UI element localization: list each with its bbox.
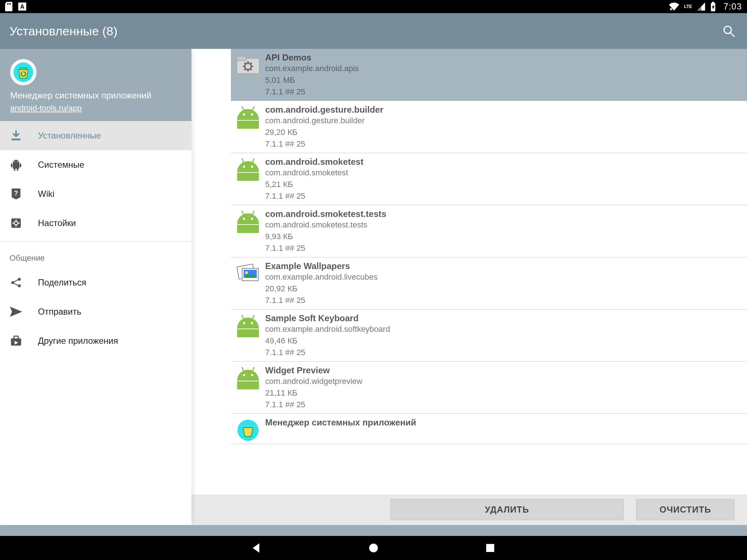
status-left: A (5, 2, 26, 11)
sidebar-header: Менеджер системных приложений android-to… (0, 49, 191, 121)
sidebar-item-wiki[interactable]: ? Wiki (0, 179, 191, 209)
app-bar: Установленные (8) (0, 13, 747, 49)
battery-charging-icon (710, 2, 716, 11)
app-row-body: com.android.smoketestcom.android.smokete… (265, 157, 740, 202)
app-row[interactable]: Widget Previewcom.android.widgetpreview2… (231, 362, 747, 414)
svg-line-41 (244, 69, 246, 70)
svg-rect-7 (712, 2, 714, 3)
main: API Demoscom.example.android.apis5,01 МБ… (191, 49, 747, 525)
svg-rect-1 (9, 3, 9, 5)
app-title: Sample Soft Keyboard (265, 313, 740, 323)
svg-rect-12 (13, 163, 19, 169)
sidebar: Менеджер системных приложений android-to… (0, 49, 191, 525)
app-title: API Demos (265, 52, 740, 63)
app-version: 7.1.1 ## 25 (265, 242, 740, 254)
recents-icon (485, 543, 495, 553)
app-icon (231, 52, 265, 74)
app-size: 5,01 МБ (265, 74, 740, 86)
app-row[interactable]: Example Wallpaperscom.example.android.li… (231, 257, 747, 310)
sidebar-item-label: Настойки (38, 218, 76, 228)
app-row-body: Менеджер системных приложений (265, 417, 740, 428)
app-package: com.android.gesture.builder (265, 115, 740, 127)
app-icon (231, 261, 265, 284)
search-icon (722, 24, 735, 38)
app-row[interactable]: com.android.gesture.buildercom.android.g… (231, 101, 747, 153)
svg-point-26 (18, 278, 21, 281)
divider (0, 241, 191, 242)
clear-button[interactable]: ОЧИСТИТЬ (636, 499, 735, 520)
app-size: 5,21 КБ (265, 179, 740, 190)
gap (191, 49, 231, 494)
svg-line-40 (250, 63, 252, 64)
back-button[interactable] (249, 541, 264, 555)
body: Менеджер системных приложений android-to… (0, 49, 747, 525)
app-row-body: com.android.smoketest.testscom.android.s… (265, 209, 740, 254)
sidebar-item-settings[interactable]: Настойки (0, 209, 191, 238)
svg-rect-13 (11, 163, 12, 167)
app-icon (231, 417, 265, 441)
app-icon (231, 157, 265, 179)
sidebar-item-label: Установленные (38, 131, 101, 141)
send-icon (9, 305, 23, 318)
app-link[interactable]: android-tools.ru/app (10, 104, 82, 113)
android-icon (9, 158, 23, 171)
app-size: 20,92 КБ (265, 283, 740, 295)
download-icon (9, 129, 23, 142)
sidebar-item-system[interactable]: Системные (0, 150, 191, 179)
status-bar: A LTE 7:03 (0, 0, 747, 13)
svg-point-45 (245, 271, 248, 274)
root: { "status": { "clock": "7:03", "lte": "L… (0, 0, 747, 560)
shop-icon (9, 334, 23, 347)
app-version: 7.1.1 ## 25 (265, 86, 740, 98)
app-size: 21,11 КБ (265, 387, 740, 399)
svg-line-39 (250, 69, 252, 70)
app-row[interactable]: com.android.smoketestcom.android.smokete… (231, 153, 747, 205)
svg-rect-0 (7, 3, 8, 5)
app-list[interactable]: API Demoscom.example.android.apis5,01 МБ… (231, 49, 747, 494)
delete-button[interactable]: УДАЛИТЬ (390, 499, 624, 520)
svg-rect-11 (12, 139, 20, 140)
svg-line-9 (731, 33, 734, 36)
wifi-icon (669, 3, 679, 11)
svg-line-38 (244, 63, 246, 64)
app-icon (231, 313, 265, 335)
app-size: 49,46 КБ (265, 335, 740, 347)
app-icon (231, 209, 265, 231)
app-version: 7.1.1 ## 25 (265, 138, 740, 150)
home-button[interactable] (366, 541, 381, 555)
app-row-body: Widget Previewcom.android.widgetpreview2… (265, 365, 740, 411)
app-package: com.example.android.apis (265, 63, 740, 74)
app-size: 9,93 КБ (265, 231, 740, 242)
nav-section-label: Общение (0, 245, 191, 268)
app-row[interactable]: Менеджер системных приложений (231, 414, 747, 444)
app-title: Widget Preview (265, 365, 740, 376)
sidebar-item-installed[interactable]: Установленные (0, 121, 191, 150)
svg-point-18 (17, 161, 18, 162)
sidebar-item-label: Wiki (38, 189, 54, 199)
app-package: com.example.android.softkeyboard (265, 323, 740, 335)
app-package: com.android.smoketest (265, 167, 740, 179)
svg-rect-16 (17, 169, 18, 171)
svg-rect-30 (14, 336, 18, 339)
search-button[interactable] (720, 22, 738, 40)
gear-badge-icon (9, 217, 23, 230)
app-version: 7.1.1 ## 25 (265, 190, 740, 202)
sidebar-item-label: Отправить (38, 307, 81, 317)
bottom-strip (0, 525, 747, 536)
sidebar-item-label: Системные (38, 160, 84, 170)
app-logo (10, 59, 36, 85)
sidebar-item-send[interactable]: Отправить (0, 297, 191, 326)
sidebar-item-other-apps[interactable]: Другие приложения (0, 326, 191, 355)
recents-button[interactable] (483, 541, 498, 555)
app-row[interactable]: API Demoscom.example.android.apis5,01 МБ… (231, 49, 747, 101)
sidebar-item-share[interactable]: Поделиться (0, 268, 191, 297)
svg-rect-48 (486, 544, 494, 552)
app-row-body: Example Wallpaperscom.example.android.li… (265, 261, 740, 306)
app-title: com.android.smoketest.tests (265, 209, 740, 219)
app-row[interactable]: Sample Soft Keyboardcom.example.android.… (231, 310, 747, 362)
app-row[interactable]: com.android.smoketest.testscom.android.s… (231, 205, 747, 257)
app-package: com.android.smoketest.tests (265, 219, 740, 231)
nav-secondary: Поделиться Отправить Другие приложения (0, 268, 191, 355)
app-size: 29,20 КБ (265, 127, 740, 138)
svg-text:?: ? (14, 190, 18, 197)
